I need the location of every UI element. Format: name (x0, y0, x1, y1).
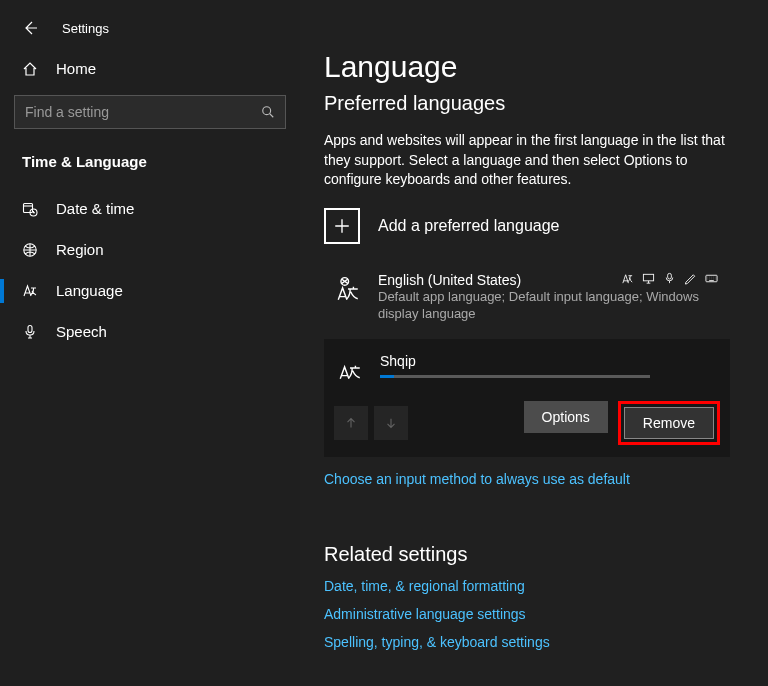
related-link[interactable]: Date, time, & regional formatting (324, 578, 730, 594)
calendar-clock-icon (22, 201, 38, 217)
related-link[interactable]: Spelling, typing, & keyboard settings (324, 634, 730, 650)
search-icon (261, 105, 275, 119)
search-box[interactable] (14, 95, 286, 129)
sidebar-item-home[interactable]: Home (0, 50, 300, 91)
svg-rect-4 (28, 325, 32, 332)
svg-point-0 (263, 107, 271, 115)
language-name: English (United States) (378, 272, 521, 288)
remove-highlight: Remove (618, 401, 720, 445)
sidebar-item-label: Region (56, 241, 104, 258)
microphone-icon (22, 324, 38, 340)
sidebar: Settings Home Time & Language Date & tim… (0, 0, 300, 686)
move-up-button[interactable] (334, 406, 368, 440)
section-title: Time & Language (0, 141, 300, 188)
page-title: Language (324, 50, 730, 84)
home-icon (22, 61, 38, 77)
display-badge-icon (642, 272, 655, 285)
choose-input-link[interactable]: Choose an input method to always use as … (324, 471, 730, 487)
sidebar-item-language[interactable]: Language (0, 270, 300, 311)
add-language-button[interactable]: Add a preferred language (324, 208, 730, 244)
subtitle: Preferred languages (324, 92, 730, 115)
globe-icon (22, 242, 38, 258)
language-meta: Default app language; Default input lang… (378, 288, 718, 323)
content: Language Preferred languages Apps and we… (300, 0, 768, 686)
voice-badge-icon (663, 272, 676, 285)
related-settings-title: Related settings (324, 543, 730, 566)
options-button[interactable]: Options (524, 401, 608, 433)
sidebar-item-region[interactable]: Region (0, 229, 300, 270)
sidebar-item-date-time[interactable]: Date & time (0, 188, 300, 229)
svg-rect-1 (24, 203, 33, 212)
language-char-badge-icon (621, 272, 634, 285)
home-label: Home (56, 60, 96, 77)
sidebar-item-speech[interactable]: Speech (0, 311, 300, 352)
svg-rect-7 (668, 273, 672, 279)
description: Apps and websites will appear in the fir… (324, 131, 730, 190)
install-progress (380, 375, 650, 378)
language-badges (621, 272, 718, 285)
settings-label: Settings (62, 21, 109, 36)
search-input[interactable] (25, 104, 261, 120)
remove-button[interactable]: Remove (624, 407, 714, 439)
language-character-icon (334, 355, 366, 381)
move-down-button[interactable] (374, 406, 408, 440)
language-item-english[interactable]: English (United States) Default app lang… (324, 264, 730, 331)
language-name: Shqip (380, 353, 720, 369)
svg-rect-6 (643, 274, 653, 281)
back-icon[interactable] (22, 20, 38, 36)
add-language-label: Add a preferred language (378, 217, 559, 235)
language-character-icon (332, 276, 364, 302)
keyboard-badge-icon (705, 272, 718, 285)
sidebar-item-label: Speech (56, 323, 107, 340)
related-link[interactable]: Administrative language settings (324, 606, 730, 622)
plus-icon (324, 208, 360, 244)
header-row: Settings (0, 10, 300, 50)
language-icon (22, 283, 38, 299)
language-item-shqip[interactable]: Shqip Options Remove (324, 339, 730, 457)
sidebar-item-label: Date & time (56, 200, 134, 217)
sidebar-item-label: Language (56, 282, 123, 299)
handwriting-badge-icon (684, 272, 697, 285)
